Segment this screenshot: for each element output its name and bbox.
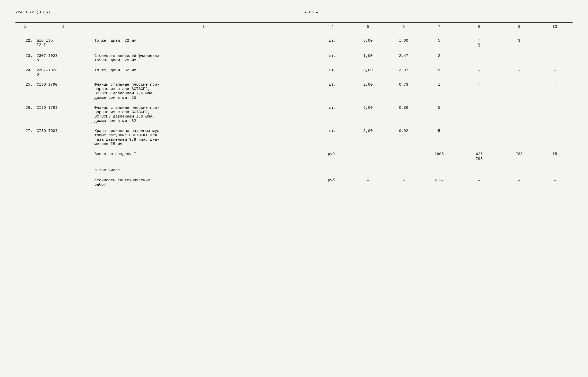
col6-cell: – [386,148,421,163]
col-header-7: 7 [421,23,457,31]
col8-cell: – [457,102,501,125]
col8-cell: – [457,125,501,148]
desc-cell: Фланцы стальные плоские при-варные из ст… [92,78,315,102]
col9-cell: – [501,64,537,78]
desc-cell: То же, диам. 32 мм [92,64,315,78]
desc-cell: Всего по разделу I [92,148,315,163]
main-table: 1 2 3 4 5 6 7 8 9 IO 22. БI6–I35I2–I То … [15,22,573,189]
col9-cell: – [501,78,537,102]
col-header-10: IO [537,23,573,31]
fraction-value: 425 I98 [476,152,483,161]
code-cell: 2307–I0236 [34,64,92,78]
num-cell: 24. [15,64,34,78]
col10-cell: – [537,102,573,125]
desc-cell: в том числе: [92,163,315,174]
col-header-2: 2 [34,23,92,31]
num-cell [15,174,34,189]
col6-cell: 0,92 [386,125,421,148]
col10-cell: – [537,125,573,148]
col10-cell [537,163,573,174]
table-row: 23. 2307–I0235 Стоимость вентилей фланце… [15,50,573,64]
unit-cell: шт. [315,125,350,148]
unit-cell: руб. [315,148,350,163]
code-cell: CI3О–IOOI [34,125,92,148]
table-row: 27. CI3О–IOOI Краны проходные натяжные м… [15,125,573,148]
desc-cell: Фланцы стальные плоские при-варные из ст… [92,102,315,125]
num-cell: 23. [15,50,34,64]
code-cell [34,163,92,174]
unit-cell: шт. [315,64,350,78]
col8-cell: – [457,64,501,78]
code-cell: БI6–I35I2–I [34,37,92,50]
col-header-9: 9 [501,23,537,31]
header-left: 224-3-22 (П.86) [15,10,50,15]
col-header-6: 6 [386,23,421,31]
col-header-8: 8 [457,23,501,31]
table-row: 22. БI6–I35I2–I То же, диам. 32 мм шт. 3… [15,37,573,50]
table-row: 24. 2307–I0236 То же, диам. 32 мм шт. 3,… [15,64,573,78]
code-cell: CI3О–I79I [34,102,92,125]
col6-cell: – [386,174,421,189]
header-center: – 65 – [305,10,318,15]
col-header-4: 4 [315,23,350,31]
col6-cell: 0,86 [386,102,421,125]
col5-cell: 6,00 [350,102,386,125]
unit-cell: шт. [315,50,350,64]
num-cell [15,163,34,174]
table-row: в том числе: [15,163,573,174]
col6-cell: I,60 [386,37,421,50]
col6-cell: 3,07 [386,64,421,78]
col10-cell: – [537,174,573,189]
num-cell: 25. [15,78,34,102]
col6-cell [386,163,421,174]
col10-cell: – [537,37,573,50]
col-header-5: 5 [350,23,386,31]
col7-cell: 5 [421,102,457,125]
desc-cell: То же, диам. 32 мм [92,37,315,50]
fraction-value: 7 3 [478,39,480,48]
code-cell: CI3О–I790 [34,78,92,102]
page-header: 224-3-22 (П.86) – 65 – [15,10,573,15]
num-cell: 26. [15,102,34,125]
col5-cell: – [350,148,386,163]
code-cell [34,174,92,189]
col7-cell: 2605 [421,148,457,163]
table-container: 1 2 3 4 5 6 7 8 9 IO 22. БI6–I35I2–I То … [15,22,573,189]
col-header-3: 3 [92,23,315,31]
table-row: Всего по разделу I руб. – – 2605 425 I98… [15,148,573,163]
num-cell: 27. [15,125,34,148]
col7-cell: 2 [421,50,457,64]
col5-cell: 3,00 [350,64,386,78]
col7-cell: 5 [421,37,457,50]
col5-cell [350,163,386,174]
desc-cell: Краны проходные натяжные муф-товые латун… [92,125,315,148]
col6-cell: 2,47 [386,50,421,64]
unit-cell: шт. [315,78,350,102]
col5-cell: I,00 [350,50,386,64]
col7-cell: 2I27 [421,174,457,189]
desc-cell: Стоимость вентилей фланцевыхI5Ч9П2 диам.… [92,50,315,64]
col6-cell: 0,73 [386,78,421,102]
col5-cell: 3,00 [350,37,386,50]
unit-cell: руб. [315,174,350,189]
col9-cell: – [501,174,537,189]
unit-cell [315,163,350,174]
col8-cell: – [457,78,501,102]
table-row: стоимость сантехническихработ руб. – – 2… [15,174,573,189]
col7-cell: 5 [421,125,457,148]
col8-cell: 7 3 [457,37,501,50]
col10-cell: – [537,78,573,102]
num-cell: 22. [15,37,34,50]
col7-cell: I [421,78,457,102]
col9-cell: 3 [501,37,537,50]
unit-cell: шт. [315,102,350,125]
col8-cell: – [457,174,501,189]
col5-cell: 2,00 [350,78,386,102]
col8-cell: – [457,50,501,64]
col5-cell: – [350,174,386,189]
col10-cell: – [537,50,573,64]
desc-cell: стоимость сантехническихработ [92,174,315,189]
col-header-1: 1 [15,23,34,31]
col8-cell: 425 I98 [457,148,501,163]
col9-cell: – [501,50,537,64]
